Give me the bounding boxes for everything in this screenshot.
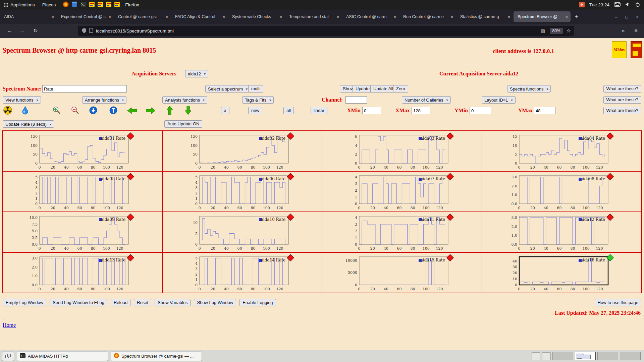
tab-aida[interactable]: AIDA× (0, 10, 57, 24)
tab-close-icon[interactable]: × (51, 14, 54, 19)
empty-log-window-button[interactable]: Empty Log Window (3, 299, 46, 306)
status-diamond-aida03[interactable] (447, 133, 453, 139)
url-bar[interactable]: localhost:8015/Spectrum/Spectrum.tml ▤ 8… (78, 26, 574, 36)
new-tab-button[interactable]: + (571, 10, 582, 24)
green-left-arrow-icon[interactable] (127, 107, 137, 115)
channel-input[interactable] (345, 96, 367, 104)
places-menu[interactable]: Places (39, 0, 60, 10)
show-log-window-button[interactable]: Show Log Window (194, 299, 236, 306)
status-diamond-aida11[interactable] (447, 214, 453, 221)
tab-statistics[interactable]: Statistics @ carme-g× (456, 10, 513, 24)
forward-button[interactable]: → (17, 26, 27, 35)
scroll-up-circle-icon[interactable] (109, 106, 117, 116)
volume-icon[interactable] (625, 2, 631, 8)
what-are-these-button-1[interactable]: What are these? (603, 85, 641, 93)
update-button[interactable]: Update (353, 85, 373, 93)
spectrum-cell-aida05[interactable]: 012345020406080100120aida05 Rate (3, 172, 163, 212)
spectrum-cell-aida06[interactable]: 012345020406080100120aida06 Rate (163, 172, 323, 212)
show-variables-button[interactable]: Show Variables (155, 299, 191, 306)
status-diamond-aida04[interactable] (607, 133, 613, 139)
keyboard-icon[interactable] (614, 2, 621, 8)
back-button[interactable]: ← (5, 26, 14, 35)
spectrum-cell-aida01[interactable]: 050100150020406080100120aida01 Rate (3, 131, 163, 172)
number-of-galleries-dropdown[interactable]: Number of Galleries▾ (402, 96, 451, 104)
tab-experiment-control[interactable]: Experiment Control @ c× (57, 10, 114, 24)
green-right-arrow-icon[interactable] (146, 107, 155, 115)
xmax-input[interactable] (412, 107, 430, 114)
blue-drop-icon[interactable] (21, 106, 29, 116)
spectrum-cell-aida14[interactable]: 012345020406080100120aida14 Rate (163, 253, 323, 293)
midas-launcher-icon-3[interactable] (106, 2, 111, 8)
window-minimize-button[interactable]: – (615, 14, 617, 19)
clock[interactable]: Tue 23:24 (589, 2, 609, 7)
taskbar-window-firefox[interactable]: Spectrum Browser @ carme-gsi — ... (111, 352, 202, 361)
tab-close-icon[interactable]: × (222, 14, 225, 19)
zoom-out-icon[interactable] (71, 106, 79, 116)
update-notification-icon[interactable] (579, 2, 585, 8)
spectrum-cell-aida08[interactable]: 0.01.02.03.0020406080100120aida08 Rate (482, 172, 642, 212)
tab-close-icon[interactable]: × (108, 14, 111, 19)
select-spectrum-dropdown[interactable]: Select a spectrum▾ (205, 85, 250, 93)
green-down-arrow-icon[interactable] (185, 106, 192, 116)
midas-launcher-icon-2[interactable] (98, 2, 103, 8)
spectrum-cell-aida13[interactable]: 0.01.02.03.0020406080100120aida13 Rate (3, 253, 163, 293)
linear-button[interactable]: linear (311, 107, 327, 114)
tab-fadc-align[interactable]: FADC Align & Control× (171, 10, 228, 24)
tab-control[interactable]: Control @ carme-gsi× (114, 10, 171, 24)
tab-spectrum-browser[interactable]: Spectrum Browser @× (514, 11, 571, 22)
spectrum-cell-aida03[interactable]: 0246020406080100120aida03 Rate (322, 131, 482, 172)
ymin-input[interactable] (470, 107, 491, 114)
window-maximize-button[interactable]: □ (626, 14, 628, 19)
workspace-2-active[interactable] (575, 352, 596, 360)
status-diamond-aida02[interactable] (287, 133, 294, 139)
scroll-down-circle-icon[interactable] (89, 106, 97, 116)
status-diamond-aida10[interactable] (287, 214, 294, 221)
midas-launcher-icon-1[interactable] (89, 2, 95, 8)
hamburger-menu-button[interactable]: ≡ (631, 26, 641, 35)
radiation-icon[interactable] (3, 106, 12, 116)
what-are-these-button-3[interactable]: What are these? (603, 107, 641, 114)
x-button[interactable]: x (221, 107, 229, 114)
tab-run-control[interactable]: Run Control @ carme× (399, 10, 456, 24)
auto-update-button[interactable]: Auto Update ON (164, 120, 202, 128)
spectrum-cell-aida09[interactable]: 0.02.55.07.510.0020406080100120aida09 Ra… (3, 212, 163, 253)
green-up-arrow-icon[interactable] (166, 106, 173, 116)
status-diamond-aida06[interactable] (287, 173, 294, 180)
zoom-level-button[interactable]: 80% (550, 28, 563, 34)
tab-close-icon[interactable]: × (393, 14, 396, 19)
window-close-button[interactable]: × (636, 14, 639, 19)
spectrum-cell-aida02[interactable]: 050100150020406080100120aida02 Rate (163, 131, 323, 172)
what-are-these-button-2[interactable]: What are these? (603, 96, 641, 104)
tab-close-icon[interactable]: × (565, 14, 568, 19)
status-diamond-aida05[interactable] (127, 173, 134, 180)
tab-temperature[interactable]: Temperature and stat× (285, 10, 342, 24)
update-rate-dropdown[interactable]: Update Rate (8 secs)▾ (3, 120, 54, 128)
applications-menu[interactable]: Applications (0, 0, 39, 10)
tab-close-icon[interactable]: × (165, 14, 168, 19)
spectrum-cell-aida04[interactable]: 051015020406080100120aida04 Rate (482, 131, 642, 172)
workspace-1[interactable] (552, 352, 573, 360)
status-diamond-aida08[interactable] (607, 173, 613, 180)
arrange-functions-dropdown[interactable]: Arrange functions▾ (82, 96, 126, 104)
analysis-functions-dropdown[interactable]: Analysis functions▾ (162, 96, 207, 104)
spectrum-cell-aida07[interactable]: 01234020406080100120aida07 Rate (322, 172, 482, 212)
overflow-menu-button[interactable]: » (619, 26, 628, 35)
pager-button[interactable] (542, 352, 551, 360)
status-diamond-aida14[interactable] (287, 254, 294, 261)
layout-id-dropdown[interactable]: Layout ID=1▾ (482, 96, 516, 104)
zoom-in-icon[interactable] (52, 106, 61, 116)
new-button[interactable]: new (248, 107, 262, 114)
acquisition-server-select[interactable]: aida12▾ (185, 70, 208, 77)
tags-fits-dropdown[interactable]: Tags & Fits▾ (242, 96, 274, 104)
tab-asic-control[interactable]: ASIC Control @ carm× (342, 10, 399, 24)
how-to-use-button[interactable]: How to use this page (595, 299, 641, 306)
spectra-functions-dropdown[interactable]: Spectra functions▾ (507, 85, 551, 93)
spectrum-cell-aida10[interactable]: 0510020406080100120aida10 Rate (163, 212, 323, 253)
spectrum-cell-aida12[interactable]: 0.01.02.03.0020406080100120aida12 Rate (482, 212, 642, 253)
multi-button[interactable]: multi (248, 85, 263, 93)
spectrum-name-input[interactable] (42, 85, 127, 93)
files-launcher-icon[interactable] (72, 1, 77, 8)
status-diamond-aida13[interactable] (127, 254, 134, 261)
tab-close-icon[interactable]: × (507, 14, 510, 19)
all-button[interactable]: all (283, 107, 294, 114)
